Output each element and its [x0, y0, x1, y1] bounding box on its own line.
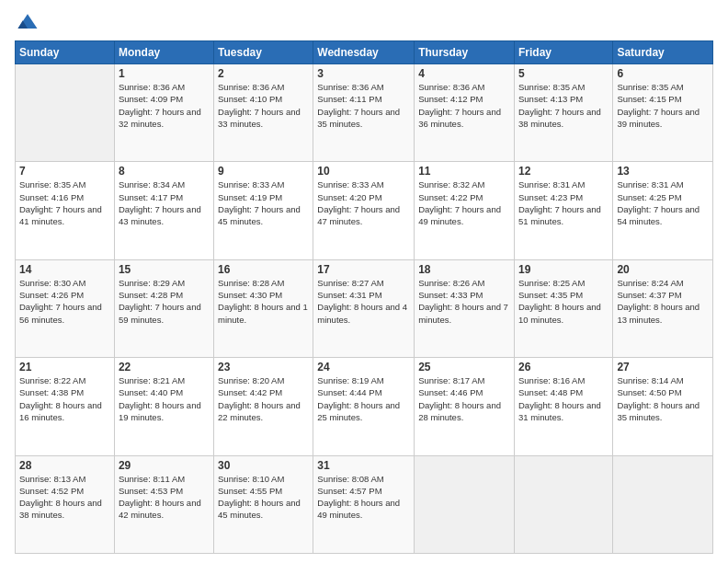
day-number: 23: [218, 361, 309, 373]
day-info: Sunrise: 8:30 AMSunset: 4:26 PMDaylight:…: [19, 277, 110, 326]
day-number: 2: [218, 67, 309, 80]
day-number: 20: [617, 263, 709, 276]
day-info: Sunrise: 8:25 AMSunset: 4:35 PMDaylight:…: [518, 277, 609, 326]
calendar-cell: 20Sunrise: 8:24 AMSunset: 4:37 PMDayligh…: [613, 259, 713, 357]
day-info: Sunrise: 8:08 AMSunset: 4:57 PMDaylight:…: [317, 473, 410, 522]
calendar-cell: 22Sunrise: 8:21 AMSunset: 4:40 PMDayligh…: [114, 358, 213, 455]
day-number: 12: [518, 165, 609, 178]
day-info: Sunrise: 8:16 AMSunset: 4:48 PMDaylight:…: [518, 374, 609, 423]
day-info: Sunrise: 8:26 AMSunset: 4:33 PMDaylight:…: [418, 277, 510, 326]
day-info: Sunrise: 8:17 AMSunset: 4:46 PMDaylight:…: [418, 374, 510, 423]
day-info: Sunrise: 8:34 AMSunset: 4:17 PMDaylight:…: [119, 178, 210, 227]
calendar-body: 1Sunrise: 8:36 AMSunset: 4:09 PMDaylight…: [16, 64, 713, 554]
calendar-week-1: 1Sunrise: 8:36 AMSunset: 4:09 PMDaylight…: [16, 64, 713, 162]
day-info: Sunrise: 8:11 AMSunset: 4:53 PMDaylight:…: [119, 473, 210, 522]
calendar-cell: 12Sunrise: 8:31 AMSunset: 4:23 PMDayligh…: [514, 162, 612, 259]
weekday-header-friday: Friday: [514, 41, 612, 64]
day-info: Sunrise: 8:13 AMSunset: 4:52 PMDaylight:…: [19, 473, 110, 522]
day-info: Sunrise: 8:21 AMSunset: 4:40 PMDaylight:…: [119, 374, 210, 423]
day-info: Sunrise: 8:28 AMSunset: 4:30 PMDaylight:…: [218, 277, 309, 326]
day-number: 27: [617, 361, 709, 373]
day-number: 14: [19, 263, 110, 276]
calendar-cell: 10Sunrise: 8:33 AMSunset: 4:20 PMDayligh…: [313, 162, 415, 259]
weekday-header-thursday: Thursday: [415, 41, 515, 64]
day-info: Sunrise: 8:24 AMSunset: 4:37 PMDaylight:…: [617, 277, 709, 326]
day-number: 4: [418, 67, 510, 80]
day-info: Sunrise: 8:36 AMSunset: 4:11 PMDaylight:…: [317, 81, 410, 130]
day-number: 13: [617, 165, 709, 178]
calendar-header: SundayMondayTuesdayWednesdayThursdayFrid…: [16, 41, 713, 64]
weekday-header-monday: Monday: [114, 41, 213, 64]
calendar-cell: 2Sunrise: 8:36 AMSunset: 4:10 PMDaylight…: [214, 64, 313, 162]
calendar-cell: 4Sunrise: 8:36 AMSunset: 4:12 PMDaylight…: [415, 64, 515, 162]
calendar-cell: 27Sunrise: 8:14 AMSunset: 4:50 PMDayligh…: [613, 358, 713, 455]
day-info: Sunrise: 8:14 AMSunset: 4:50 PMDaylight:…: [617, 374, 709, 423]
calendar-cell: 19Sunrise: 8:25 AMSunset: 4:35 PMDayligh…: [514, 259, 612, 357]
day-number: 7: [19, 165, 110, 178]
day-number: 11: [418, 165, 510, 178]
day-number: 5: [518, 67, 609, 80]
day-number: 19: [518, 263, 609, 276]
weekday-header-saturday: Saturday: [613, 41, 713, 64]
day-info: Sunrise: 8:27 AMSunset: 4:31 PMDaylight:…: [317, 277, 410, 326]
day-info: Sunrise: 8:29 AMSunset: 4:28 PMDaylight:…: [119, 277, 210, 326]
day-info: Sunrise: 8:31 AMSunset: 4:23 PMDaylight:…: [518, 178, 609, 227]
day-number: 15: [119, 263, 210, 276]
day-info: Sunrise: 8:33 AMSunset: 4:20 PMDaylight:…: [317, 178, 410, 227]
calendar-cell: 17Sunrise: 8:27 AMSunset: 4:31 PMDayligh…: [313, 259, 415, 357]
day-number: 26: [518, 361, 609, 373]
day-info: Sunrise: 8:35 AMSunset: 4:16 PMDaylight:…: [19, 178, 110, 227]
day-info: Sunrise: 8:36 AMSunset: 4:12 PMDaylight:…: [418, 81, 510, 130]
day-number: 9: [218, 165, 309, 178]
calendar-cell: 3Sunrise: 8:36 AMSunset: 4:11 PMDaylight…: [313, 64, 415, 162]
day-info: Sunrise: 8:35 AMSunset: 4:13 PMDaylight:…: [518, 81, 609, 130]
day-number: 22: [119, 361, 210, 373]
calendar-cell: 7Sunrise: 8:35 AMSunset: 4:16 PMDaylight…: [16, 162, 115, 259]
day-number: 6: [617, 67, 709, 80]
calendar-table: SundayMondayTuesdayWednesdayThursdayFrid…: [15, 40, 713, 554]
day-info: Sunrise: 8:19 AMSunset: 4:44 PMDaylight:…: [317, 374, 410, 423]
calendar-week-2: 7Sunrise: 8:35 AMSunset: 4:16 PMDaylight…: [16, 162, 713, 259]
calendar-cell: [415, 455, 515, 553]
calendar-cell: 26Sunrise: 8:16 AMSunset: 4:48 PMDayligh…: [514, 358, 612, 455]
day-number: 30: [218, 459, 309, 472]
calendar-cell: 14Sunrise: 8:30 AMSunset: 4:26 PMDayligh…: [16, 259, 115, 357]
weekday-header-wednesday: Wednesday: [313, 41, 415, 64]
weekday-header-tuesday: Tuesday: [214, 41, 313, 64]
day-number: 1: [119, 67, 210, 80]
header: [15, 9, 713, 35]
calendar-cell: 24Sunrise: 8:19 AMSunset: 4:44 PMDayligh…: [313, 358, 415, 455]
calendar-cell: [514, 455, 612, 553]
page: SundayMondayTuesdayWednesdayThursdayFrid…: [0, 0, 728, 563]
calendar-cell: 21Sunrise: 8:22 AMSunset: 4:38 PMDayligh…: [16, 358, 115, 455]
weekday-header-sunday: Sunday: [16, 41, 115, 64]
day-info: Sunrise: 8:22 AMSunset: 4:38 PMDaylight:…: [19, 374, 110, 423]
day-number: 21: [19, 361, 110, 373]
logo-icon: [15, 9, 40, 35]
calendar-cell: [613, 455, 713, 553]
calendar-week-3: 14Sunrise: 8:30 AMSunset: 4:26 PMDayligh…: [16, 259, 713, 357]
day-number: 31: [317, 459, 410, 472]
day-number: 8: [119, 165, 210, 178]
calendar-cell: 23Sunrise: 8:20 AMSunset: 4:42 PMDayligh…: [214, 358, 313, 455]
calendar-cell: 5Sunrise: 8:35 AMSunset: 4:13 PMDaylight…: [514, 64, 612, 162]
calendar-cell: 25Sunrise: 8:17 AMSunset: 4:46 PMDayligh…: [415, 358, 515, 455]
day-number: 18: [418, 263, 510, 276]
calendar-cell: 6Sunrise: 8:35 AMSunset: 4:15 PMDaylight…: [613, 64, 713, 162]
calendar-cell: 18Sunrise: 8:26 AMSunset: 4:33 PMDayligh…: [415, 259, 515, 357]
day-number: 10: [317, 165, 410, 178]
day-info: Sunrise: 8:31 AMSunset: 4:25 PMDaylight:…: [617, 178, 709, 227]
calendar-week-4: 21Sunrise: 8:22 AMSunset: 4:38 PMDayligh…: [16, 358, 713, 455]
day-info: Sunrise: 8:10 AMSunset: 4:55 PMDaylight:…: [218, 473, 309, 522]
day-info: Sunrise: 8:36 AMSunset: 4:10 PMDaylight:…: [218, 81, 309, 130]
day-number: 25: [418, 361, 510, 373]
day-info: Sunrise: 8:32 AMSunset: 4:22 PMDaylight:…: [418, 178, 510, 227]
day-number: 29: [119, 459, 210, 472]
calendar-cell: 29Sunrise: 8:11 AMSunset: 4:53 PMDayligh…: [114, 455, 213, 553]
day-number: 3: [317, 67, 410, 80]
day-info: Sunrise: 8:20 AMSunset: 4:42 PMDaylight:…: [218, 374, 309, 423]
calendar-cell: 13Sunrise: 8:31 AMSunset: 4:25 PMDayligh…: [613, 162, 713, 259]
calendar-cell: 9Sunrise: 8:33 AMSunset: 4:19 PMDaylight…: [214, 162, 313, 259]
day-info: Sunrise: 8:35 AMSunset: 4:15 PMDaylight:…: [617, 81, 709, 130]
day-info: Sunrise: 8:36 AMSunset: 4:09 PMDaylight:…: [119, 81, 210, 130]
